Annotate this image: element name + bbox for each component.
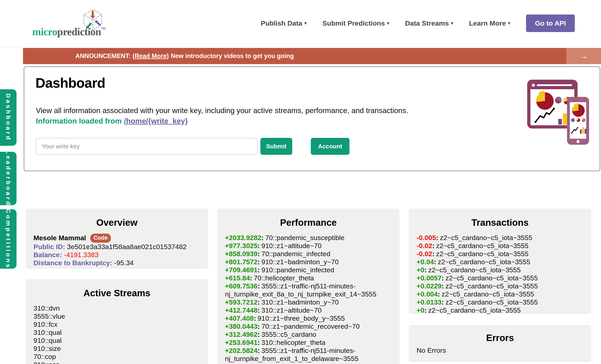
performance-list: +2033.9282:70::pandemic_susceptible+977.… [225,233,392,364]
write-key-form: Submit Account [36,138,350,155]
list-item: +0.0229:z2~c5_cardano~c5_iota~3555 [417,282,583,290]
row-value: +202.5824 [225,347,258,354]
row-stream-name: z2~c5_cardano~c5_iota~3555 [445,282,538,290]
logo[interactable]: micropredictionTM [32,8,129,40]
row-stream-name: 310::helicopter_theta [261,339,325,346]
balance-label: Balance: [33,251,62,259]
account-button[interactable]: Account [311,138,350,155]
sidebar-tab-competitions[interactable]: Competitions [0,209,17,269]
row-stream-name: 70::helicopter_theta [254,274,314,282]
nav-item-publish-data[interactable]: Publish Data▾ [261,19,307,27]
row-value: +2033.9282 [225,234,261,242]
row-value: +0.04 [417,258,434,266]
row-separator: : [436,234,438,242]
row-separator: : [258,323,260,330]
row-stream-name: 3555::c5_cardano [261,331,316,338]
write-key-endpoint-link[interactable]: /home/{write_key} [124,117,188,125]
row-stream-name: 70::pandemic_susceptible [265,234,344,242]
trademark: TM [101,27,105,30]
row-stream-name: 910::z1~three_body_y~3555 [258,314,345,322]
row-stream-name: z2~c5_cardano~c5_iota~3555 [436,250,529,258]
row-separator: : [258,347,260,354]
list-item: +0.004:z2~c5_cardano~c5_iota~3555 [417,290,583,298]
announcement-banner: ANNOUNCEMENT: (Read More) New introducto… [23,48,601,64]
write-key-input[interactable] [36,138,258,155]
list-item: -0.02:z2~c5_cardano~c5_iota~3555 [417,250,583,258]
row-value: +609.7536 [225,282,258,290]
nav-item-learn-more[interactable]: Learn More▾ [469,19,510,27]
row-stream-name: z2~c5_cardano~c5_iota~3555 [438,258,530,266]
overview-panel: Overview Mesole Mammal Code Public ID: 3… [26,209,208,267]
row-separator: : [438,290,440,298]
row-value: +709.4691 [225,266,258,274]
row-value: +0 [417,266,424,274]
row-stream-name: z2~c5_cardano~c5_iota~3555 [428,306,521,314]
row-separator: : [258,331,260,338]
chevron-down-icon: ▾ [387,20,389,26]
row-separator: : [258,306,260,314]
bankruptcy-line: Distance to Bankruptcy: -95.34 [33,259,200,267]
row-stream-name: 70::pandemic_infected [261,250,330,258]
submit-button[interactable]: Submit [260,138,292,155]
stream-item: 3555::vlue [33,312,200,320]
row-value: +0.0229 [417,282,441,290]
row-value: -0.02 [417,242,432,250]
nav-item-data-streams[interactable]: Data Streams▾ [405,19,453,27]
stream-item: 310::cop [33,361,200,364]
read-more-link[interactable]: (Read More) [133,52,169,60]
row-separator: : [258,250,260,258]
stream-item: 310::dvn [33,304,200,312]
row-value: +0.0057 [417,274,441,282]
errors-status: No Errors [417,346,583,354]
sidebar-tab-dashboard[interactable]: Dashboard [0,89,17,146]
loaded-from-label: Information loaded from [36,117,122,125]
row-stream-name: 310::z1~three_body_z~70 [261,363,341,364]
sidebar-tab-label: Leaderboard [5,150,12,207]
nav-item-label: Data Streams [405,19,449,27]
row-value: +615.84 [225,274,250,282]
nav-item-submit-predictions[interactable]: Submit Predictions▾ [322,19,389,27]
row-value: +196.6787 [225,363,258,364]
active-streams-panel: Active Streams 310::dvn3555::vlue910::fc… [26,279,208,364]
active-streams-title: Active Streams [33,288,200,299]
row-separator: : [254,314,256,322]
header: micropredictionTM Publish Data▾Submit Pr… [0,0,601,46]
list-item: +977.3025:910::z1~altitude~70 [225,242,392,250]
row-stream-name: z2~c5_cardano~c5_iota~3555 [428,266,521,274]
bankruptcy-value: -95.34 [114,259,134,267]
row-stream-name: 910::z1~badminton_y~70 [261,258,339,266]
bankruptcy-label: Distance to Bankruptcy: [33,259,112,267]
page-title: Dashboard [35,75,105,91]
stream-item: 310::qual [33,328,200,336]
nav-menu: Publish Data▾Submit Predictions▾Data Str… [261,0,575,46]
list-item: +609.7536:3555::z1~traffic-nj511-minutes… [225,282,392,298]
row-separator: : [424,306,427,314]
row-separator: : [441,282,444,290]
code-badge[interactable]: Code [90,233,111,243]
row-separator: : [432,250,434,258]
announcement-text: ANNOUNCEMENT: (Read More) New introducto… [75,48,294,64]
row-value: +253.6941 [225,339,258,346]
transactions-title: Transactions [417,217,583,228]
row-stream-name: 70::z1~pandemic_recovered~70 [261,323,360,330]
transactions-list: -0.005:z2~c5_cardano~c5_iota~3555-0.02:z… [417,233,583,314]
row-separator: : [441,298,444,306]
row-value: +380.0443 [225,323,258,330]
row-separator: : [258,266,260,274]
list-item: +801.7572:910::z1~badminton_y~70 [225,258,392,266]
overview-title: Overview [33,217,200,228]
go-to-api-button[interactable]: Go to API [526,14,575,32]
errors-title: Errors [417,332,583,343]
banner-next-button[interactable]: → [566,48,601,64]
row-separator: : [250,274,252,282]
row-value: +312.4962 [225,331,258,338]
active-streams-list: 310::dvn3555::vlue910::fcx310::qual910::… [33,304,200,364]
sidebar-tab-leaderboard[interactable]: Leaderboard [0,152,17,205]
public-id-label: Public ID: [33,243,65,251]
row-value: +0 [417,306,424,314]
list-item: +858.0939:70::pandemic_infected [225,250,392,258]
row-separator: : [258,282,260,290]
logo-micro: micro [32,26,57,38]
row-stream-name: z2~c5_cardano~c5_iota~3555 [445,298,538,306]
row-value: +977.3025 [225,242,258,250]
